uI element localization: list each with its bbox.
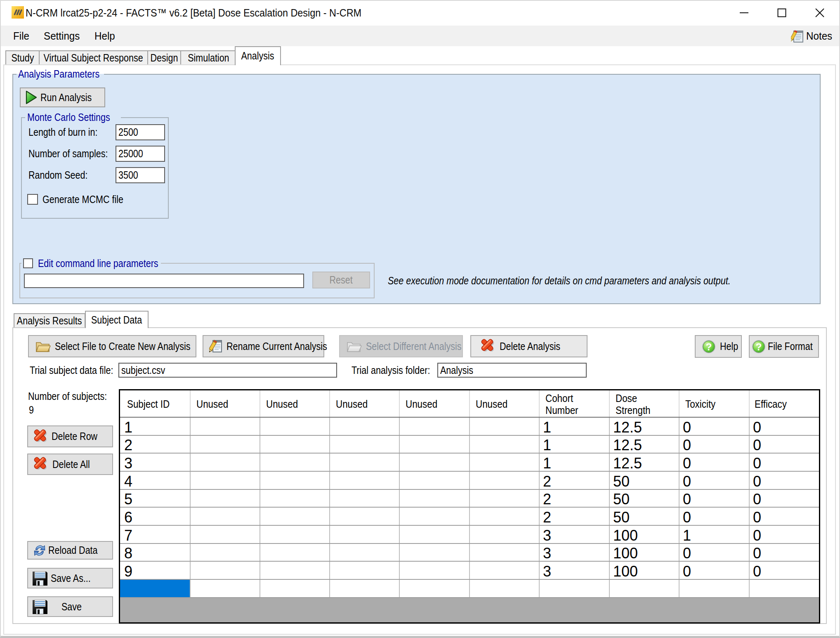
svg-text:?: ? bbox=[706, 341, 712, 352]
svg-text:?: ? bbox=[756, 341, 762, 352]
